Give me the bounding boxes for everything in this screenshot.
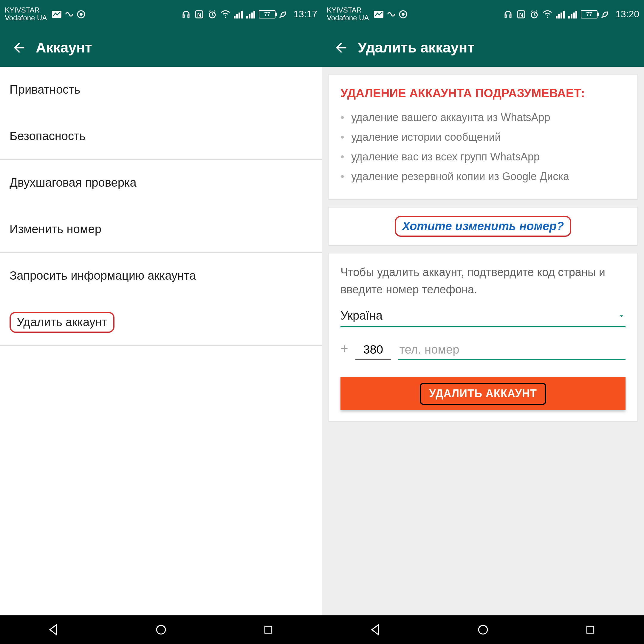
item-change-number[interactable]: Изменить номер xyxy=(0,206,322,253)
signal-2-icon xyxy=(568,10,577,18)
svg-text:N: N xyxy=(197,12,201,18)
item-security[interactable]: Безопасность xyxy=(0,113,322,160)
svg-rect-8 xyxy=(265,626,272,633)
highlight-annotation: Удалить аккаунт xyxy=(10,312,114,333)
page-title: Аккаунт xyxy=(36,39,92,56)
item-two-step[interactable]: Двухшаговая проверка xyxy=(0,160,322,206)
leaf-icon xyxy=(279,10,287,18)
wifi-icon xyxy=(221,10,230,18)
clock-time: 13:17 xyxy=(293,9,317,20)
nav-back-button[interactable] xyxy=(365,619,386,640)
status-bar: KYIVSTAR Vodafone UA N 77 13:20 xyxy=(322,0,644,29)
svg-point-7 xyxy=(157,625,165,634)
carrier-2: Vodafone UA xyxy=(5,14,47,22)
warning-heading: УДАЛЕНИЕ АККАУНТА ПОДРАЗУМЕВАЕТ: xyxy=(340,85,626,101)
nav-back-button[interactable] xyxy=(43,619,64,640)
warning-bullets: удаление вашего аккаунта из WhatsApp уда… xyxy=(340,110,626,185)
wifi-icon xyxy=(543,10,552,18)
highlight-annotation: Хотите изменить номер? xyxy=(395,216,571,237)
nfc-icon: N xyxy=(516,10,526,19)
item-label: Двухшаговая проверка xyxy=(10,176,137,190)
alarm-icon xyxy=(208,10,217,19)
item-privacy[interactable]: Приватность xyxy=(0,67,322,113)
back-button[interactable] xyxy=(5,33,33,62)
delete-account-body: УДАЛЕНИЕ АККАУНТА ПОДРАЗУМЕВАЕТ: удалени… xyxy=(322,67,644,615)
android-nav-bar xyxy=(0,615,322,644)
svg-point-15 xyxy=(547,17,548,18)
phone-number-input[interactable] xyxy=(398,340,626,360)
item-label: Удалить аккаунт xyxy=(17,315,107,329)
svg-rect-17 xyxy=(587,626,594,633)
nfc-icon: N xyxy=(194,10,204,19)
settings-list: Приватность Безопасность Двухшаговая про… xyxy=(0,67,322,615)
item-delete-account[interactable]: Удалить аккаунт xyxy=(0,299,322,346)
country-code-input[interactable] xyxy=(355,340,391,360)
dropdown-icon xyxy=(617,312,626,320)
battery-icon: 77 xyxy=(581,10,597,18)
back-button[interactable] xyxy=(327,33,355,62)
app-bar: Аккаунт xyxy=(0,29,322,67)
status-bar: KYIVSTAR Vodafone UA N 77 13:17 xyxy=(0,0,322,29)
confirm-card: Чтобы удалить аккаунт, подтвердите код с… xyxy=(328,253,638,422)
app-bar: Удалить аккаунт xyxy=(322,29,644,67)
item-request-info[interactable]: Запросить информацию аккаунта xyxy=(0,253,322,299)
nav-recent-button[interactable] xyxy=(258,619,279,640)
country-name: Україна xyxy=(340,309,617,323)
chart-icon xyxy=(52,11,61,18)
carrier-1: KYIVSTAR xyxy=(5,7,47,14)
wave-icon xyxy=(65,11,73,18)
svg-point-6 xyxy=(225,17,226,18)
svg-text:N: N xyxy=(519,12,523,18)
bullet-item: удаление вас из всех групп WhatsApp xyxy=(340,149,626,165)
item-label: Приватность xyxy=(10,83,80,97)
button-label: УДАЛИТЬ АККАУНТ xyxy=(429,387,537,399)
svg-point-2 xyxy=(79,13,82,16)
signal-1-icon xyxy=(234,10,243,18)
alarm-icon xyxy=(530,10,539,19)
nav-recent-button[interactable] xyxy=(580,619,601,640)
chrome-icon xyxy=(77,10,85,18)
instruction-text: Чтобы удалить аккаунт, подтвердите код с… xyxy=(340,264,626,298)
phone-input-row: + xyxy=(340,340,626,360)
signal-2-icon xyxy=(246,10,255,18)
carrier-2: Vodafone UA xyxy=(327,14,369,22)
phone-left: KYIVSTAR Vodafone UA N 77 13:17 xyxy=(0,0,322,644)
bullet-item: удаление вашего аккаунта из WhatsApp xyxy=(340,110,626,126)
leaf-icon xyxy=(601,10,609,18)
item-label: Безопасность xyxy=(10,129,86,143)
battery-icon: 77 xyxy=(259,10,275,18)
change-number-link[interactable]: Хотите изменить номер? xyxy=(395,219,571,233)
bullet-item: удаление истории сообщений xyxy=(340,129,626,145)
svg-point-11 xyxy=(401,13,404,16)
highlight-annotation: УДАЛИТЬ АККАУНТ xyxy=(419,383,547,405)
item-label: Запросить информацию аккаунта xyxy=(10,269,196,283)
warning-card: УДАЛЕНИЕ АККАУНТА ПОДРАЗУМЕВАЕТ: удалени… xyxy=(328,74,638,200)
signal-1-icon xyxy=(556,10,565,18)
chrome-icon xyxy=(399,10,407,18)
item-label: Изменить номер xyxy=(10,222,101,236)
headset-icon xyxy=(503,10,513,19)
headset-icon xyxy=(181,10,191,19)
page-title: Удалить аккаунт xyxy=(358,39,474,56)
android-nav-bar xyxy=(322,615,644,644)
delete-account-button[interactable]: УДАЛИТЬ АККАУНТ xyxy=(340,377,626,410)
carrier-1: KYIVSTAR xyxy=(327,7,369,14)
chart-icon xyxy=(374,11,383,18)
country-selector[interactable]: Україна xyxy=(340,309,626,327)
plus-sign: + xyxy=(340,341,348,360)
svg-point-16 xyxy=(479,625,487,634)
phone-right: KYIVSTAR Vodafone UA N 77 13:20 xyxy=(322,0,644,644)
nav-home-button[interactable] xyxy=(150,619,172,640)
wave-icon xyxy=(387,11,395,18)
link-label: Хотите изменить номер? xyxy=(402,219,564,233)
nav-home-button[interactable] xyxy=(472,619,494,640)
clock-time: 13:20 xyxy=(615,9,639,20)
bullet-item: удаление резервной копии из Google Диска xyxy=(340,169,626,185)
change-number-card: Хотите изменить номер? xyxy=(328,207,638,246)
